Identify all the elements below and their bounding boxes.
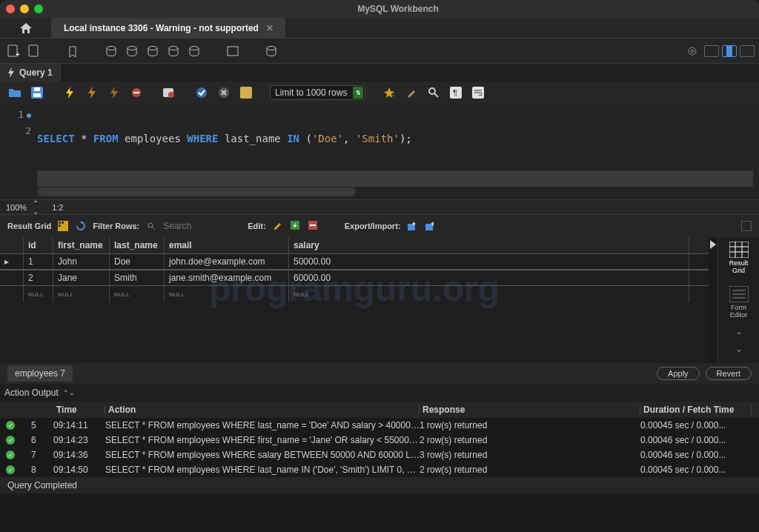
editor-h-scrollbar[interactable] (37, 187, 356, 196)
table-row[interactable]: 2 Jane Smith jane.smith@example.com 6000… (0, 270, 709, 286)
home-tab[interactable] (0, 18, 52, 38)
col-header-email[interactable]: email (165, 237, 289, 253)
query-tab-label: Query 1 (19, 67, 53, 78)
pilcrow-icon[interactable]: ¶ (447, 84, 465, 102)
cell[interactable]: 50000.00 (289, 254, 689, 269)
editor-zoom[interactable]: 100% (6, 203, 27, 212)
expand-arrow-icon[interactable] (710, 240, 716, 249)
inspector-icon[interactable] (64, 42, 82, 60)
cell[interactable]: john.doe@example.com (165, 254, 289, 269)
cell[interactable]: jane.smith@example.com (165, 270, 289, 285)
explain-icon[interactable] (105, 84, 123, 102)
null-cell[interactable]: NULL (110, 286, 165, 302)
cell[interactable]: Doe (110, 254, 165, 269)
ao-col-action[interactable]: Action (105, 405, 420, 415)
cell[interactable]: Smith (110, 270, 165, 285)
null-row[interactable]: NULL NULL NULL NULL NULL (0, 286, 709, 302)
grid-body[interactable]: programguru.org ▸ 1 John Doe john.doe@ex… (0, 253, 709, 363)
ao-col-time[interactable]: Time (53, 405, 105, 415)
zoom-window-button[interactable] (34, 4, 43, 13)
cell[interactable]: 60000.00 (289, 270, 689, 285)
sql-icon[interactable] (224, 42, 242, 60)
filter-rows-input[interactable] (163, 221, 222, 231)
svg-point-23 (429, 88, 435, 94)
side-tab-form-editor[interactable]: Form Editor (729, 286, 749, 319)
minimize-window-button[interactable] (20, 4, 29, 13)
close-window-button[interactable] (6, 4, 15, 13)
revert-button[interactable]: Revert (706, 367, 752, 380)
rollback-icon[interactable] (215, 84, 233, 102)
svg-rect-31 (59, 225, 61, 227)
sql-editor[interactable]: 1● 2 SELECT * FROM employees WHERE last_… (0, 104, 759, 200)
side-tab-result-grid[interactable]: Result Grid (729, 242, 749, 274)
editor-code[interactable]: SELECT * FROM employees WHERE last_name … (37, 104, 759, 199)
ao-col-response[interactable]: Response (420, 405, 640, 415)
beautify-icon[interactable]: + (380, 84, 398, 102)
wrap-cell-checkbox[interactable] (741, 221, 752, 231)
side-tab-label: Form Editor (730, 304, 748, 319)
server-icon[interactable] (262, 42, 280, 60)
db-icon-2[interactable] (123, 42, 141, 60)
db-icon-4[interactable] (165, 42, 182, 60)
cell[interactable]: Jane (53, 270, 110, 285)
apply-button[interactable]: Apply (657, 367, 700, 380)
col-header-last-name[interactable]: last_name (110, 237, 165, 253)
col-header-salary[interactable]: salary (289, 237, 689, 253)
row-handle[interactable] (0, 270, 24, 285)
brush-icon[interactable] (402, 84, 420, 102)
open-sql-file-icon[interactable] (25, 42, 43, 60)
ao-col-duration[interactable]: Duration / Fetch Time (640, 405, 752, 415)
svg-rect-8 (228, 47, 238, 56)
null-cell[interactable]: NULL (24, 286, 53, 302)
svg-point-4 (127, 46, 136, 50)
result-grid-title: Result Grid (7, 222, 51, 230)
table-row[interactable]: ▸ 1 John Doe john.doe@example.com 50000.… (0, 253, 709, 270)
side-tab-nav[interactable]: ⌃ ⌄ (735, 330, 743, 354)
action-output-rows[interactable]: ✓509:14:11SELECT * FROM employees WHERE … (0, 418, 759, 477)
chevron-down-icon[interactable]: ⌄ (735, 344, 743, 354)
action-output-selector[interactable]: Action Output ⌃⌄ (0, 384, 759, 402)
search-icon[interactable] (425, 84, 443, 102)
execute-icon[interactable] (61, 84, 79, 102)
connection-tab[interactable]: Local instance 3306 - Warning - not supp… (52, 18, 286, 38)
db-icon-1[interactable] (102, 42, 120, 60)
db-icon-5[interactable] (185, 42, 203, 60)
gear-icon[interactable] (683, 42, 701, 60)
result-tab[interactable]: employees 7 (7, 365, 73, 382)
row-limit-select[interactable]: Limit to 1000 rows ⇅ (270, 85, 365, 100)
null-cell[interactable]: NULL (165, 286, 289, 302)
result-grid[interactable]: id first_name last_name email salary pro… (0, 237, 709, 363)
null-cell[interactable]: NULL (53, 286, 110, 302)
chevron-up-icon[interactable]: ⌃ (735, 330, 743, 341)
null-cell[interactable]: NULL (289, 286, 689, 302)
cell[interactable]: John (53, 254, 110, 269)
action-output-row[interactable]: ✓709:14:36SELECT * FROM employees WHERE … (0, 448, 759, 462)
close-tab-icon[interactable]: ✕ (266, 23, 274, 33)
action-output-row[interactable]: ✓609:14:23SELECT * FROM employees WHERE … (0, 433, 759, 448)
panel-toggle-left[interactable] (704, 45, 719, 57)
row-handle[interactable]: ▸ (0, 254, 24, 269)
stop-on-error-icon[interactable] (160, 84, 178, 102)
execute-current-icon[interactable] (83, 84, 101, 102)
panel-toggle-right[interactable] (740, 45, 755, 57)
svg-point-6 (169, 46, 178, 50)
wrap-icon[interactable] (469, 84, 487, 102)
save-file-icon[interactable] (28, 84, 46, 102)
commit-icon[interactable] (193, 84, 211, 102)
col-header-id[interactable]: id (24, 237, 53, 253)
cell[interactable]: 2 (24, 270, 53, 285)
action-output-title: Action Output (4, 388, 59, 398)
new-sql-file-icon[interactable]: + (4, 42, 22, 60)
stop-icon[interactable] (127, 84, 145, 102)
svg-text:+: + (293, 222, 297, 230)
action-output-row[interactable]: ✓809:14:50SELECT * FROM employees WHERE … (0, 462, 759, 477)
line-number: 2 (25, 125, 31, 136)
panel-toggle-bottom[interactable] (722, 45, 737, 57)
autocommit-icon[interactable] (237, 84, 255, 102)
cell[interactable]: 1 (24, 254, 53, 269)
action-output-row[interactable]: ✓509:14:11SELECT * FROM employees WHERE … (0, 418, 759, 433)
open-file-icon[interactable] (6, 84, 24, 102)
col-header-first-name[interactable]: first_name (53, 237, 110, 253)
query-tab[interactable]: Query 1 (0, 64, 61, 82)
db-icon-3[interactable] (144, 42, 162, 60)
